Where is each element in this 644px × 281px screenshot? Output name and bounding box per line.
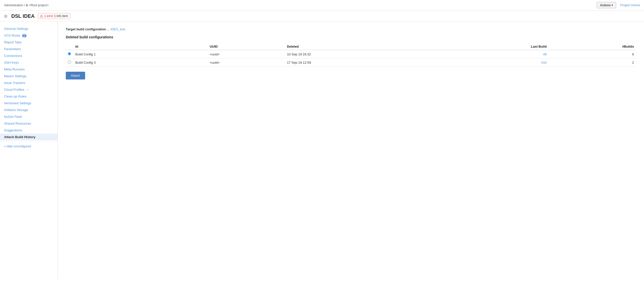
- main-layout: General Settings VCS Roots 2 Report Tabs…: [0, 21, 644, 280]
- table-header: Id UUID Deleted Last Build #Builds: [66, 43, 636, 50]
- error-count: 1 error: [44, 14, 53, 18]
- select-radio-1[interactable]: [68, 60, 71, 64]
- hide-unconfigured-link[interactable]: « Hide unconfigured: [0, 143, 57, 150]
- info-count: 1 info item: [54, 14, 68, 18]
- sidebar-item-nuget-feed[interactable]: NuGet Feed: [0, 113, 57, 120]
- sidebar-item-attach-build-history[interactable]: Attach Build History: [0, 134, 57, 140]
- build-configs-table: Id UUID Deleted Last Build #Builds Build…: [66, 43, 636, 67]
- table-body: Build Config 1<uuid>10 Sep 19 16:32#66Bu…: [66, 50, 636, 67]
- config-id: Build Config 1: [73, 50, 208, 58]
- grid-icon: ⊞: [4, 14, 7, 19]
- config-uuid: <uuid>: [208, 58, 285, 67]
- radio-cell: [66, 50, 73, 58]
- top-right-actions: Actions Project Home: [597, 2, 640, 8]
- th-id: Id: [73, 43, 208, 50]
- sidebar-item-maven-settings[interactable]: Maven Settings: [0, 73, 57, 79]
- config-uuid: <uuid>: [208, 50, 285, 58]
- top-bar: Administration / ⊞ <Root project> Action…: [0, 0, 644, 11]
- config-deleted: 10 Sep 19 16:32: [285, 50, 439, 58]
- config-id: Build Config 3: [73, 58, 208, 67]
- sidebar-item-issue-trackers[interactable]: Issue Trackers: [0, 79, 57, 86]
- breadcrumb: Administration / ⊞ <Root project>: [4, 4, 49, 7]
- warning-icon: ⚠: [40, 14, 43, 18]
- last-build-link[interactable]: #6: [543, 52, 547, 56]
- config-builds: 6: [549, 50, 636, 58]
- sidebar-item-suggestions[interactable]: Suggestions: [0, 127, 57, 134]
- radio-cell: [66, 58, 73, 67]
- sidebar-item-parameters[interactable]: Parameters: [0, 46, 57, 52]
- sidebar-item-report-tabs[interactable]: Report Tabs: [0, 39, 57, 46]
- section-title: Deleted build configurations: [66, 35, 636, 39]
- sidebar-item-clean-up-rules[interactable]: Clean-up Rules: [0, 93, 57, 100]
- actions-button[interactable]: Actions: [597, 2, 616, 8]
- sidebar-separator: [0, 141, 57, 142]
- sidebar-item-artifacts-storage[interactable]: Artifacts Storage: [0, 107, 57, 113]
- target-config-link[interactable]: IDEA_test: [110, 27, 125, 31]
- sidebar-item-general-settings[interactable]: General Settings: [0, 25, 57, 32]
- th-select: [66, 43, 73, 50]
- sidebar-item-cloud-profiles[interactable]: Cloud Profiles ✓: [0, 86, 57, 93]
- target-config-sep: ...: [107, 27, 110, 31]
- sidebar: General Settings VCS Roots 2 Report Tabs…: [0, 21, 58, 280]
- table-row: Build Config 3<uuid>17 Sep 19 12:59#102: [66, 58, 636, 67]
- cloud-profiles-check: ✓: [26, 88, 29, 91]
- config-builds: 2: [549, 58, 636, 67]
- sidebar-item-connections[interactable]: Connections: [0, 52, 57, 59]
- sidebar-item-vcs-roots[interactable]: VCS Roots 2: [0, 32, 57, 39]
- table-row: Build Config 1<uuid>10 Sep 19 16:32#66: [66, 50, 636, 58]
- th-last-build: Last Build: [439, 43, 549, 50]
- sidebar-item-meta-runners[interactable]: Meta-Runners: [0, 66, 57, 73]
- config-deleted: 17 Sep 19 12:59: [285, 58, 439, 67]
- attach-button[interactable]: Attach: [66, 72, 85, 79]
- select-radio-0[interactable]: [68, 52, 71, 55]
- vcs-roots-badge: 2: [22, 34, 27, 37]
- config-last-build[interactable]: #10: [439, 58, 549, 67]
- sidebar-item-ssh-keys[interactable]: SSH Keys: [0, 59, 57, 66]
- target-config-line: Target build configuration ... IDEA_test: [66, 27, 636, 31]
- breadcrumb-root[interactable]: <Root project>: [29, 4, 49, 7]
- page-title: DSL IDEA: [11, 13, 35, 19]
- th-uuid: UUID: [208, 43, 285, 50]
- error-badge[interactable]: ⚠ 1 error 1 info item: [38, 13, 70, 19]
- main-content: Target build configuration ... IDEA_test…: [58, 21, 644, 280]
- config-last-build[interactable]: #6: [439, 50, 549, 58]
- page-title-row: ⊞ DSL IDEA ⚠ 1 error 1 info item: [0, 11, 644, 21]
- project-home-link[interactable]: Project Home: [620, 3, 640, 7]
- breadcrumb-admin[interactable]: Administration: [4, 4, 23, 7]
- th-deleted: Deleted: [285, 43, 439, 50]
- th-builds: #Builds: [549, 43, 636, 50]
- sidebar-item-shared-resources[interactable]: Shared Resources: [0, 120, 57, 127]
- breadcrumb-root-icon: ⊞: [26, 4, 28, 7]
- target-config-prefix: Target build configuration: [66, 27, 106, 31]
- sidebar-item-versioned-settings[interactable]: Versioned Settings: [0, 100, 57, 107]
- last-build-link[interactable]: #10: [541, 61, 547, 64]
